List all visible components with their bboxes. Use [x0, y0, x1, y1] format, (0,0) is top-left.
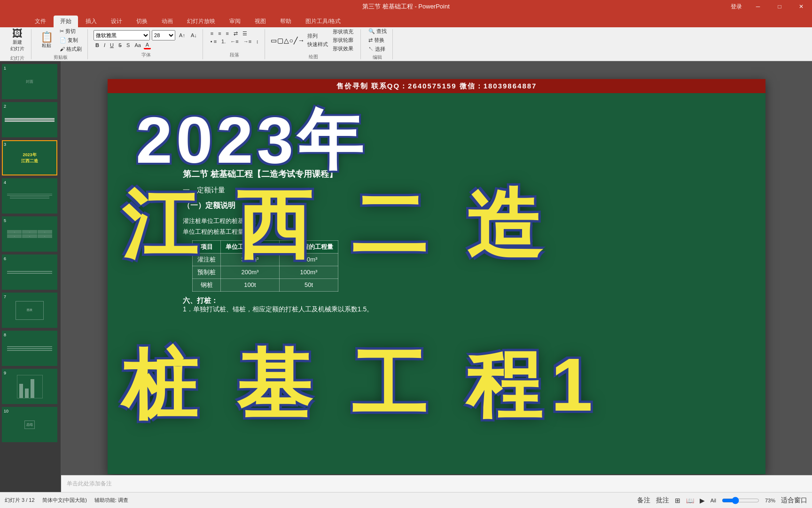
font-size-select[interactable]: 28	[152, 30, 175, 40]
tab-design[interactable]: 设计	[104, 16, 129, 27]
thumb-content-4	[3, 179, 56, 213]
columns-button[interactable]: ☰	[241, 30, 249, 37]
strikethrough-button[interactable]: S̶	[117, 42, 124, 49]
normal-view-button[interactable]: ⊞	[675, 497, 680, 504]
maximize-button[interactable]: □	[769, 0, 790, 13]
tab-insert[interactable]: 插入	[79, 16, 103, 27]
align-center-button[interactable]: ≡	[216, 30, 223, 37]
language-indicator[interactable]: 简体中文(中国大陆)	[42, 497, 87, 504]
minimize-button[interactable]: ─	[747, 0, 769, 13]
tab-file[interactable]: 文件	[28, 16, 53, 27]
align-right-button[interactable]: ≡	[224, 30, 231, 37]
format-painter-button[interactable]: 🖌 格式刷	[58, 45, 84, 53]
bold-button[interactable]: B	[94, 42, 101, 48]
shape-outline-button[interactable]: 形状轮廓	[331, 36, 355, 44]
decrease-font-button[interactable]: A↓	[189, 32, 199, 39]
shape-rect[interactable]: ▭	[271, 37, 277, 44]
char-spacing-button[interactable]: Aa	[133, 42, 142, 48]
comments-toggle-button[interactable]: 批注	[656, 496, 669, 505]
zoom-slider[interactable]	[722, 497, 759, 504]
thumb-num-8: 8	[4, 333, 6, 337]
thumb-content-6	[3, 255, 56, 289]
slide-thumb-5[interactable]: 5 - - - - - -	[2, 216, 57, 252]
tab-review[interactable]: 审阅	[223, 16, 247, 27]
slide-thumb-8[interactable]: 8	[2, 331, 57, 366]
table-cell: 钢桩	[193, 278, 221, 291]
table-cell: 100m³	[280, 266, 338, 278]
find-button[interactable]: 🔍 查找	[367, 27, 389, 35]
copy-button[interactable]: 📄 复制	[58, 36, 84, 44]
numbered-list-button[interactable]: 1.	[219, 38, 227, 45]
shape-line[interactable]: ╱	[294, 37, 297, 44]
increase-indent-button[interactable]: →≡	[242, 38, 253, 45]
slide-thumb-1[interactable]: 1 封面	[2, 64, 57, 99]
accessibility-status[interactable]: 辅助功能: 调查	[94, 497, 128, 504]
paste-icon: 📋	[40, 32, 53, 42]
notes-placeholder: 单击此处添加备注	[67, 480, 112, 488]
shape-rounded-rect[interactable]: ▢	[277, 37, 283, 44]
notes-toggle-button[interactable]: 备注	[637, 496, 650, 505]
cut-button[interactable]: ✂ 剪切	[58, 27, 84, 35]
tab-transitions[interactable]: 切换	[130, 16, 154, 27]
slide-thumbnails-panel[interactable]: 1 封面 2 3 2023年江西二造 4	[0, 61, 61, 492]
slide-canvas[interactable]: 售价寻制 联系QQ：2640575159 微信：18039864887 第二节 …	[108, 79, 765, 474]
watermark-bar: 售价寻制 联系QQ：2640575159 微信：18039864887	[108, 79, 765, 93]
paste-label: 粘贴	[42, 42, 51, 49]
shape-triangle[interactable]: △	[284, 37, 289, 44]
decrease-indent-button[interactable]: ←≡	[228, 38, 240, 45]
shape-effect-button[interactable]: 形状效果	[331, 45, 355, 53]
table-cell: 200m³	[221, 266, 280, 278]
thumb-num-2: 2	[4, 104, 6, 109]
slideshow-view-button[interactable]: ▶	[700, 497, 705, 504]
paste-button[interactable]: 📋 粘贴	[37, 30, 56, 51]
ribbon-group-drawing: ▭ ▢ △ ○ ╱ → 排列 快速样式 形状填充 形状轮廓 形状效果 绘图	[267, 29, 361, 59]
quick-style-button[interactable]: 快速样式	[305, 40, 330, 48]
tab-home[interactable]: 开始	[54, 16, 78, 27]
login-button[interactable]: 登录	[726, 0, 747, 13]
tab-animations[interactable]: 动画	[155, 16, 180, 27]
table-row: 预制桩 200m³ 100m³	[193, 266, 338, 278]
tab-picture-tools[interactable]: 图片工具/格式	[299, 16, 347, 27]
tab-slideshow[interactable]: 幻灯片放映	[180, 16, 222, 27]
ribbon-group-slides: 🖼 新建 幻灯片 幻灯片	[4, 29, 31, 59]
bullet-list-button[interactable]: • ≡	[209, 38, 219, 45]
replace-button[interactable]: ⇄ 替换	[367, 36, 389, 44]
new-slide-icon: 🖼	[12, 29, 23, 39]
notes-bar[interactable]: 单击此处添加备注	[61, 475, 812, 492]
tab-view[interactable]: 视图	[248, 16, 273, 27]
zoom-label: Ail	[710, 498, 716, 503]
table-row: 钢桩 100t 50t	[193, 278, 338, 291]
window-controls: 登录 ─ □ ✕	[726, 0, 812, 13]
shape-fill-button[interactable]: 形状填充	[331, 28, 355, 36]
increase-font-button[interactable]: A↑	[177, 32, 187, 39]
text-direction-button[interactable]: ⇄	[232, 30, 240, 37]
reading-view-button[interactable]: 📖	[686, 497, 694, 504]
slide-thumb-3[interactable]: 3 2023年江西二造	[2, 140, 57, 175]
thumb-num-7: 7	[4, 294, 6, 299]
slide-thumb-4[interactable]: 4	[2, 178, 57, 214]
slide-thumb-6[interactable]: 6	[2, 254, 57, 290]
slide-thumb-9[interactable]: 9	[2, 369, 57, 404]
slide-thumb-2[interactable]: 2	[2, 102, 57, 137]
tab-help[interactable]: 帮助	[273, 16, 298, 27]
shadow-button[interactable]: S	[125, 42, 132, 48]
close-button[interactable]: ✕	[790, 0, 812, 13]
fit-window-button[interactable]: 适合窗口	[781, 496, 807, 505]
ribbon-group-editing: 🔍 查找 ⇄ 替换 ↖ 选择 编辑	[363, 29, 393, 59]
drawing-group-label: 绘图	[309, 54, 318, 60]
slide-thumb-7[interactable]: 7 图表	[2, 293, 57, 328]
arrange-button[interactable]: 排列	[305, 32, 330, 40]
ribbon-group-font: 微软雅黑 28 A↑ A↓ B I U S̶ S Aa A 字体	[90, 29, 203, 59]
select-button[interactable]: ↖ 选择	[367, 45, 389, 53]
italic-button[interactable]: I	[102, 42, 107, 48]
align-left-button[interactable]: ≡	[209, 30, 215, 37]
shape-circle[interactable]: ○	[289, 37, 293, 44]
table-cell: 50t	[280, 278, 338, 291]
underline-button[interactable]: U	[108, 42, 116, 48]
font-family-select[interactable]: 微软雅黑	[94, 30, 150, 40]
slide-thumb-10[interactable]: 10 总结	[2, 407, 57, 442]
new-slide-button[interactable]: 🖼 新建 幻灯片	[8, 27, 27, 54]
line-spacing-button[interactable]: ↕	[254, 38, 261, 45]
font-color-button[interactable]: A	[144, 41, 151, 49]
shape-arrow[interactable]: →	[298, 37, 304, 44]
